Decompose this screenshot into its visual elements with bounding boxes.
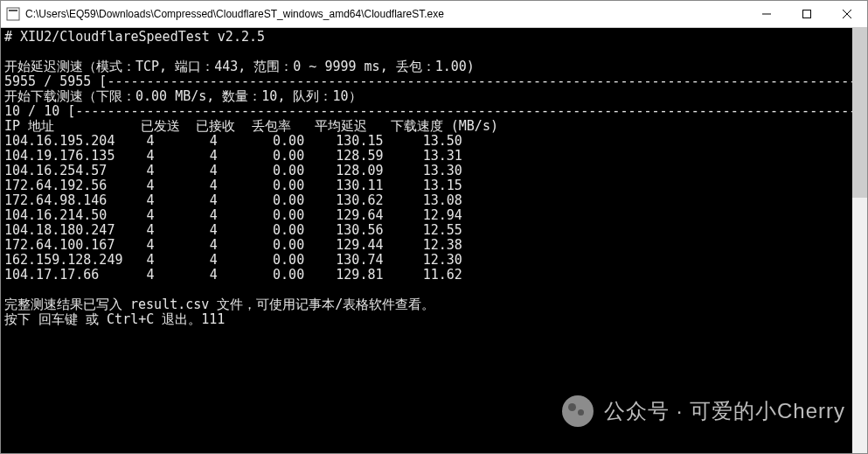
table-row: 104.19.176.135 4 4 0.00 128.59 13.31 <box>4 148 462 164</box>
app-window: C:\Users\EQ59\Downloads\Compressed\Cloud… <box>0 0 868 454</box>
table-row: 104.16.254.57 4 4 0.00 128.09 13.30 <box>4 163 462 178</box>
window-controls <box>746 1 867 27</box>
svg-rect-3 <box>803 10 811 18</box>
latency-line: 开始延迟测速（模式：TCP, 端口：443, 范围：0 ~ 9999 ms, 丢… <box>4 59 475 74</box>
maximize-button[interactable] <box>787 1 827 27</box>
table-row: 104.17.17.66 4 4 0.00 129.81 11.62 <box>4 267 462 283</box>
table-row: 162.159.128.249 4 4 0.00 130.74 12.30 <box>4 252 462 268</box>
terminal-area[interactable]: # XIU2/CloudflareSpeedTest v2.2.5 开始延迟测速… <box>1 28 867 453</box>
watermark: 公众号 · 可爱的小Cherry <box>562 395 845 427</box>
result-line: 完整测速结果已写入 result.csv 文件，可使用记事本/表格软件查看。 <box>4 297 434 312</box>
titlebar[interactable]: C:\Users\EQ59\Downloads\Compressed\Cloud… <box>1 1 867 28</box>
table-row: 172.64.192.56 4 4 0.00 130.11 13.15 <box>4 178 462 193</box>
table-row: 172.64.100.167 4 4 0.00 129.44 12.38 <box>4 237 462 253</box>
scrollbar-thumb[interactable] <box>852 28 867 198</box>
exit-line: 按下 回车键 或 Ctrl+C 退出。111 <box>4 311 225 327</box>
close-button[interactable] <box>827 1 867 27</box>
minimize-button[interactable] <box>746 1 787 27</box>
vertical-scrollbar[interactable] <box>852 28 867 453</box>
table-row: 104.16.214.50 4 4 0.00 129.64 12.94 <box>4 207 462 223</box>
progress1-prefix: 5955 / 5955 [---------------------------… <box>4 73 867 89</box>
table-row: 104.16.195.204 4 4 0.00 130.15 13.50 <box>4 133 462 149</box>
terminal-content: # XIU2/CloudflareSpeedTest v2.2.5 开始延迟测速… <box>1 28 867 329</box>
watermark-text: 公众号 · 可爱的小Cherry <box>604 397 845 425</box>
svg-rect-1 <box>9 10 17 11</box>
table-row: 172.64.98.146 4 4 0.00 130.62 13.08 <box>4 192 462 208</box>
window-title: C:\Users\EQ59\Downloads\Compressed\Cloud… <box>25 8 746 20</box>
download-line: 开始下载测速（下限：0.00 MB/s, 数量：10, 队列：10） <box>4 88 362 104</box>
header-line: # XIU2/CloudflareSpeedTest v2.2.5 <box>4 29 265 45</box>
columns-header: IP 地址 已发送 已接收 丢包率 平均延迟 下载速度 (MB/s) <box>4 118 498 134</box>
progress2-line: 10 / 10 [-------------------------------… <box>4 103 867 119</box>
table-row: 104.18.180.247 4 4 0.00 130.56 12.55 <box>4 222 462 238</box>
wechat-icon <box>562 395 594 427</box>
app-icon <box>6 7 20 21</box>
